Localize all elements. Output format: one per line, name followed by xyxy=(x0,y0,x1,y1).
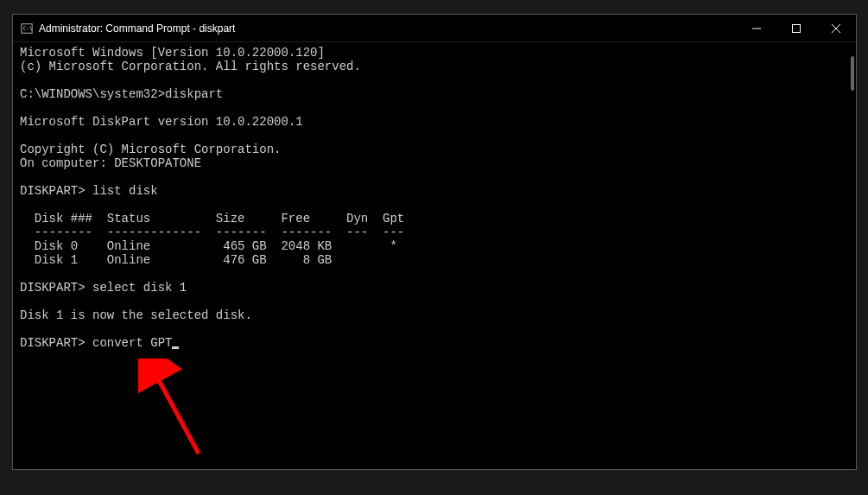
svg-rect-3 xyxy=(793,24,801,32)
cmd-icon: C:\ xyxy=(20,22,34,35)
output-line: On computer: DESKTOPATONE xyxy=(20,156,201,170)
prompt-prefix: DISKPART> xyxy=(20,336,92,350)
current-command: convert GPT xyxy=(92,336,172,350)
table-header: Disk ### Status Size Free Dyn Gpt xyxy=(20,212,404,225)
output-line: (c) Microsoft Corporation. All rights re… xyxy=(20,60,361,73)
titlebar[interactable]: C:\ Administrator: Command Prompt - disk… xyxy=(13,15,856,42)
command-prompt-window: C:\ Administrator: Command Prompt - disk… xyxy=(12,14,857,470)
terminal-cursor xyxy=(172,346,179,349)
scrollbar-thumb[interactable] xyxy=(851,56,854,91)
table-row: Disk 0 Online 465 GB 2048 KB * xyxy=(20,239,397,253)
minimize-icon xyxy=(752,24,761,33)
prompt-line: DISKPART> list disk xyxy=(20,184,158,198)
output-line: Copyright (C) Microsoft Corporation. xyxy=(20,143,281,156)
table-divider: -------- ------------- ------- ------- -… xyxy=(20,225,404,239)
close-button[interactable] xyxy=(816,15,856,41)
terminal-output[interactable]: Microsoft Windows [Version 10.0.22000.12… xyxy=(13,42,856,469)
output-line: Microsoft DiskPart version 10.0.22000.1 xyxy=(20,115,303,129)
window-title: Administrator: Command Prompt - diskpart xyxy=(39,22,737,35)
minimize-button[interactable] xyxy=(737,15,776,41)
window-controls xyxy=(737,15,856,41)
prompt-line: C:\WINDOWS\system32>diskpart xyxy=(20,87,223,101)
output-line: Disk 1 is now the selected disk. xyxy=(20,308,252,322)
svg-text:C:\: C:\ xyxy=(23,24,33,30)
prompt-line: DISKPART> select disk 1 xyxy=(20,281,187,295)
maximize-button[interactable] xyxy=(776,15,816,41)
output-line: Microsoft Windows [Version 10.0.22000.12… xyxy=(20,46,325,60)
table-row: Disk 1 Online 476 GB 8 GB xyxy=(20,253,332,267)
close-icon xyxy=(832,24,840,33)
maximize-icon xyxy=(792,24,801,33)
